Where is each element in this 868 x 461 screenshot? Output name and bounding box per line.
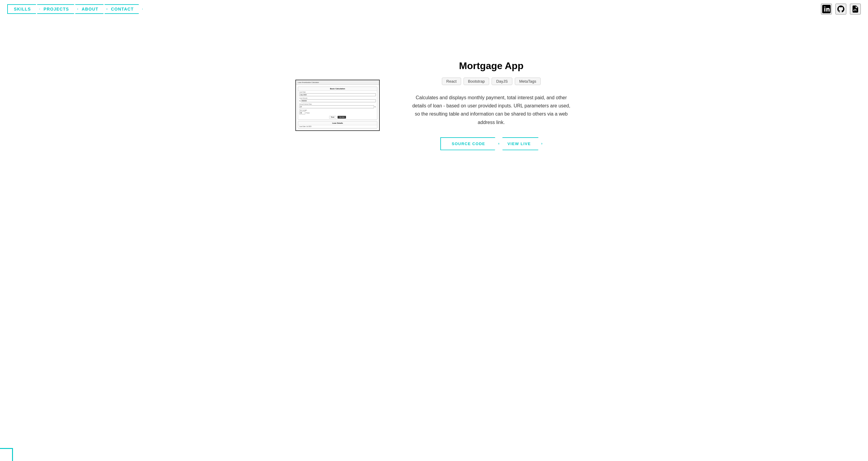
view-live-button[interactable]: VIEW LIVE [498, 137, 542, 150]
navigation: SKILLS PROJECTS ABOUT CONTACT [0, 0, 868, 18]
app-preview: Loan Amortization Calculator Basic Calcu… [296, 80, 379, 130]
github-icon[interactable] [835, 4, 846, 15]
calc-box: Basic Calculation Loan Date: Loan Amount… [298, 87, 377, 120]
loan-date-label: Loan Date: [299, 91, 376, 93]
interest-input[interactable] [299, 105, 374, 108]
term-row: Years [299, 111, 376, 114]
nav-contact[interactable]: CONTACT [104, 4, 143, 14]
linkedin-icon[interactable] [821, 4, 832, 15]
nav-links: SKILLS PROJECTS ABOUT CONTACT [7, 4, 140, 14]
project-screenshot: Loan Amortization Calculator Basic Calcu… [296, 80, 380, 131]
tag-react: React [442, 78, 461, 85]
project-info: Mortgage App React Bootstrap DayJS MetaT… [410, 60, 572, 150]
loan-details-box: Loan Details Loan Date: Jul 2023 [298, 121, 377, 128]
interest-suffix: % [375, 106, 376, 108]
term-input[interactable] [299, 111, 305, 114]
term-label: Term Length: [299, 110, 376, 111]
interest-label: Annual Interest Rate: [299, 104, 376, 105]
calculate-button[interactable]: Calculate [338, 116, 346, 119]
project-section: Loan Amortization Calculator Basic Calcu… [223, 24, 645, 186]
nav-skills[interactable]: SKILLS [7, 4, 40, 14]
reset-button[interactable]: Reset [329, 116, 336, 119]
source-code-button[interactable]: SOURCE CODE [440, 137, 499, 150]
tags-container: React Bootstrap DayJS MetaTags [410, 78, 572, 85]
loan-date-field: Loan Date: [298, 91, 377, 97]
project-description: Calculates and displays monthly payment,… [410, 93, 572, 126]
currency-prefix: $ [299, 100, 300, 102]
calc-title: Basic Calculation [298, 87, 377, 91]
nav-projects[interactable]: PROJECTS [37, 4, 78, 14]
loan-amount-row: $ [299, 99, 376, 102]
bottom-decoration [0, 443, 18, 461]
tag-metatags: MetaTags [515, 78, 541, 85]
term-field: Term Length: Years [298, 109, 377, 115]
loan-date-input[interactable] [299, 93, 376, 96]
nav-about[interactable]: ABOUT [75, 4, 107, 14]
interest-row: % [299, 105, 376, 108]
loan-amount-input[interactable] [301, 99, 376, 102]
term-suffix: Years [306, 112, 310, 114]
loan-amount-field: Loan Amount: $ [298, 97, 377, 103]
tag-dayjs: DayJS [492, 78, 512, 85]
nav-icons [821, 4, 861, 15]
loan-details-title: Loan Details [298, 121, 377, 125]
calc-buttons: Reset Calculate [298, 115, 377, 119]
app-preview-body: Basic Calculation Loan Date: Loan Amount… [296, 85, 379, 130]
main-content: Loan Amortization Calculator Basic Calcu… [0, 0, 868, 461]
project-title: Mortgage App [410, 60, 572, 71]
app-preview-header: Loan Amortization Calculator [296, 80, 379, 85]
tag-bootstrap: Bootstrap [464, 78, 490, 85]
loan-details-row: Loan Date: Jul 2023 [298, 125, 377, 128]
interest-field: Annual Interest Rate: % [298, 103, 377, 109]
loan-amount-label: Loan Amount: [299, 97, 376, 99]
pdf-icon[interactable] [850, 4, 861, 15]
project-buttons: SOURCE CODE VIEW LIVE [410, 137, 572, 150]
